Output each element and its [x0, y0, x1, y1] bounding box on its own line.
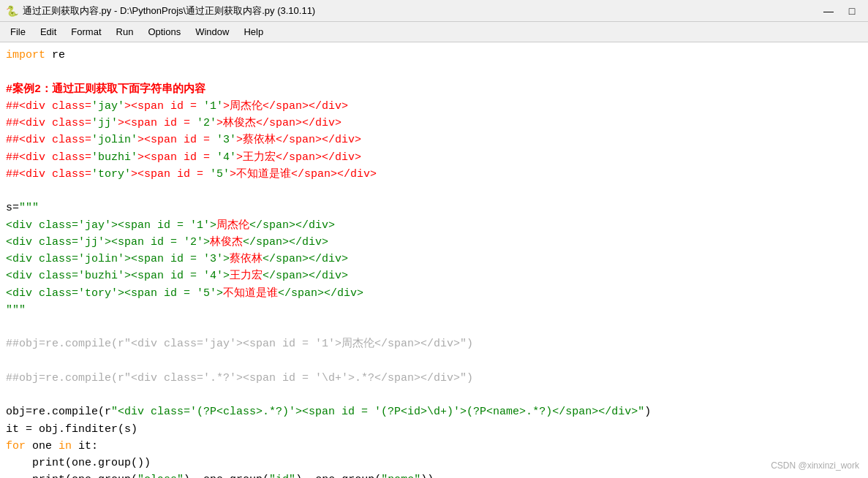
watermark: CSDN @xinxinzi_work: [771, 460, 859, 471]
menu-help[interactable]: Help: [236, 24, 271, 39]
app-icon: 🐍: [6, 5, 18, 17]
maximize-button[interactable]: □: [842, 4, 862, 18]
menu-run[interactable]: Run: [109, 24, 141, 39]
window-title: 通过正则获取内容.py - D:\PythonProjs\通过正则获取内容.py…: [23, 4, 818, 18]
menu-window[interactable]: Window: [188, 24, 236, 39]
code-content: import re #案例2：通过正则获取下面字符串的内容 ##<div cla…: [6, 47, 862, 478]
code-editor[interactable]: import re #案例2：通过正则获取下面字符串的内容 ##<div cla…: [0, 42, 868, 478]
menu-file[interactable]: File: [3, 24, 33, 39]
menu-edit[interactable]: Edit: [33, 24, 64, 39]
title-bar: 🐍 通过正则获取内容.py - D:\PythonProjs\通过正则获取内容.…: [0, 0, 868, 22]
minimize-button[interactable]: —: [818, 4, 839, 18]
window-controls: — □: [818, 4, 862, 18]
menu-options[interactable]: Options: [140, 24, 188, 39]
menu-bar: File Edit Format Run Options Window Help: [0, 22, 868, 42]
menu-format[interactable]: Format: [64, 24, 108, 39]
